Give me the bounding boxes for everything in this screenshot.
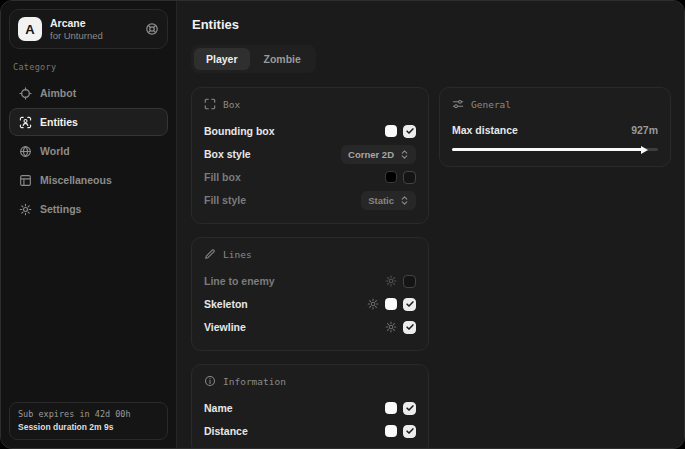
max-distance-value: 927m — [631, 124, 658, 136]
gear-icon[interactable] — [367, 298, 379, 310]
pencil-line-icon — [204, 248, 216, 260]
setting-row-max-distance: Max distance 927m — [452, 120, 658, 140]
brand-card: A Arcane for Unturned — [9, 9, 168, 49]
lines-section: Lines Line to enemy Skeleton — [191, 237, 429, 351]
fill-box-checkbox[interactable] — [403, 171, 416, 184]
section-title: Box — [223, 99, 240, 110]
main-panel: Entities Player Zombie Box — [177, 1, 684, 448]
sub-expiry-text: Sub expires in 42d 00h — [18, 409, 159, 419]
color-swatch[interactable] — [385, 171, 397, 183]
sidebar-item-miscellaneous[interactable]: Miscellaneous — [9, 166, 168, 194]
fill-style-dropdown[interactable]: Static — [361, 191, 416, 210]
category-label: Category — [13, 62, 164, 72]
tab-zombie[interactable]: Zombie — [252, 48, 313, 70]
globe-icon — [19, 145, 32, 158]
section-title: Information — [223, 376, 286, 387]
distance-checkbox[interactable] — [403, 425, 416, 438]
line-to-enemy-checkbox[interactable] — [403, 275, 416, 288]
setting-row-fill-box: Fill box — [204, 166, 416, 188]
sidebar-item-label: World — [40, 145, 70, 157]
viewline-checkbox[interactable] — [403, 321, 416, 334]
session-duration-text: Session duration 2m 9s — [18, 422, 159, 432]
setting-row-line-to-enemy: Line to enemy — [204, 270, 416, 292]
sidebar-item-aimbot[interactable]: Aimbot — [9, 79, 168, 107]
setting-row-name: Name — [204, 397, 416, 419]
subscription-card: Sub expires in 42d 00h Session duration … — [9, 402, 168, 440]
color-swatch[interactable] — [385, 298, 397, 310]
gear-icon — [19, 203, 32, 216]
name-checkbox[interactable] — [403, 402, 416, 415]
arcane-window: A Arcane for Unturned Category A — [0, 0, 685, 449]
page-title: Entities — [192, 17, 671, 32]
information-section: Information Name Distance — [191, 364, 429, 448]
section-title: General — [471, 99, 511, 110]
setting-row-viewline: Viewline — [204, 316, 416, 338]
info-icon — [204, 375, 216, 387]
crosshair-icon — [19, 87, 32, 100]
lifebuoy-icon[interactable] — [145, 22, 159, 36]
slider-thumb[interactable] — [641, 146, 648, 154]
gear-icon[interactable] — [385, 321, 397, 333]
box-section: Box Bounding box Box style — [191, 87, 429, 224]
box-scan-icon — [204, 98, 216, 110]
sidebar-item-label: Entities — [40, 116, 78, 128]
brand-title: Arcane — [50, 17, 103, 29]
sidebar-item-world[interactable]: World — [9, 137, 168, 165]
color-swatch[interactable] — [385, 425, 397, 437]
color-swatch[interactable] — [385, 402, 397, 414]
brand-subtitle: for Unturned — [50, 30, 103, 41]
setting-row-fill-style: Fill style Static — [204, 189, 416, 211]
sidebar-nav: Aimbot Entities World — [9, 79, 168, 223]
person-scan-icon — [19, 116, 32, 129]
chevrons-up-down-icon — [400, 149, 409, 160]
box-style-dropdown[interactable]: Corner 2D — [341, 145, 416, 164]
sidebar-item-label: Settings — [40, 203, 81, 215]
bounding-box-checkbox[interactable] — [403, 125, 416, 138]
gear-icon[interactable] — [385, 275, 397, 287]
entity-tabs: Player Zombie — [191, 45, 316, 73]
setting-row-box-style: Box style Corner 2D — [204, 143, 416, 165]
sliders-icon — [452, 98, 464, 110]
section-title: Lines — [223, 249, 252, 260]
sidebar-item-entities[interactable]: Entities — [9, 108, 168, 136]
arcane-logo: A — [18, 17, 42, 41]
chevrons-up-down-icon — [400, 195, 409, 206]
sidebar-item-label: Miscellaneous — [40, 174, 112, 186]
setting-row-skeleton: Skeleton — [204, 293, 416, 315]
general-section: General Max distance 927m — [439, 87, 671, 167]
setting-row-distance: Distance — [204, 420, 416, 442]
tab-player[interactable]: Player — [194, 48, 250, 70]
skeleton-checkbox[interactable] — [403, 298, 416, 311]
sidebar-item-label: Aimbot — [40, 87, 76, 99]
setting-row-bounding-box: Bounding box — [204, 120, 416, 142]
color-swatch[interactable] — [385, 125, 397, 137]
sidebar: A Arcane for Unturned Category A — [1, 1, 177, 448]
max-distance-slider[interactable] — [452, 145, 658, 154]
layout-grid-icon — [19, 174, 32, 187]
sidebar-item-settings[interactable]: Settings — [9, 195, 168, 223]
